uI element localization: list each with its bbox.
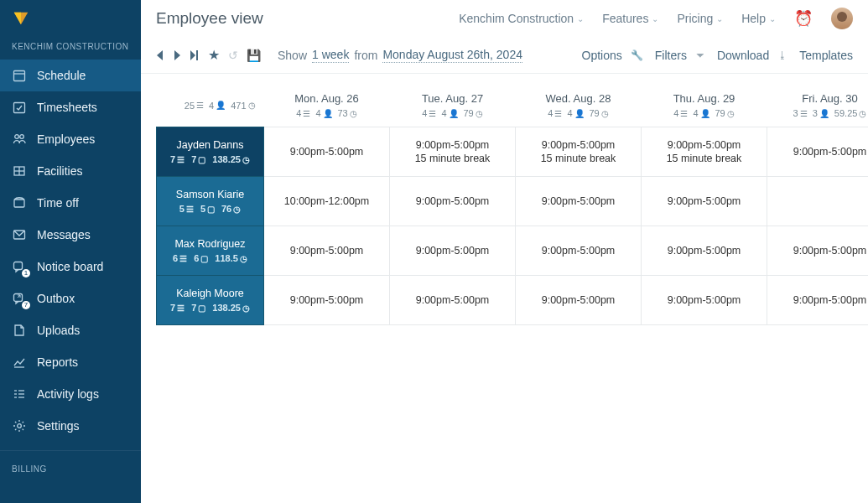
list-icon: ☰ xyxy=(177,303,185,313)
sidebar-item-label: Settings xyxy=(37,419,80,433)
shift-cell[interactable]: 9:00pm-5:00pm15 minute break xyxy=(516,127,642,177)
filters-link[interactable]: Filters ⏷ xyxy=(655,49,705,62)
billing-section-label: BILLING xyxy=(0,450,141,480)
shift-time: 9:00pm-5:00pm xyxy=(772,294,868,306)
menu-pricing[interactable]: Pricing⌄ xyxy=(677,12,723,25)
list-icon: ☰ xyxy=(680,109,688,118)
sidebar-item-employees[interactable]: Employees xyxy=(0,123,141,155)
options-link[interactable]: Options 🔧 xyxy=(582,49,643,62)
svg-rect-0 xyxy=(14,71,25,81)
alarm-icon[interactable]: ⏰ xyxy=(794,9,813,28)
shift-cell[interactable]: 9:00pm-5:00pm xyxy=(767,276,869,325)
shift-cell[interactable]: 9:00pm-5:00pm xyxy=(516,177,642,226)
sidebar-item-facilities[interactable]: Facilities xyxy=(0,155,141,187)
employee-header[interactable]: Max Rodriguez6☰6▢118.5◷ xyxy=(157,226,264,276)
shift-cell[interactable]: 9:00pm-5:00pm xyxy=(516,276,642,325)
svg-rect-20 xyxy=(196,50,198,60)
timesheets-icon xyxy=(12,100,27,115)
square-icon: ▢ xyxy=(200,254,208,263)
sidebar-item-timesheets[interactable]: Timesheets xyxy=(0,91,141,123)
employee-header[interactable]: Jayden Danns7☰7▢138.25◷ xyxy=(157,127,264,177)
person-icon: 👤 xyxy=(819,109,829,118)
undo-button[interactable]: ↺ xyxy=(228,49,238,62)
sidebar-item-label: Facilities xyxy=(37,164,82,178)
next-button[interactable] xyxy=(173,50,181,60)
star-button[interactable]: ★ xyxy=(208,47,220,63)
shift-cell[interactable]: 9:00pm-5:00pm xyxy=(390,276,516,325)
from-label: from xyxy=(354,49,377,62)
sidebar-item-label: Schedule xyxy=(37,69,86,82)
clock-icon: ◷ xyxy=(242,155,250,164)
list-icon: ☰ xyxy=(429,109,436,118)
list-icon: ☰ xyxy=(186,205,194,214)
list-icon: ☰ xyxy=(554,109,562,118)
sidebar-item-label: Reports xyxy=(37,355,78,369)
sidebar-item-reports[interactable]: Reports xyxy=(0,346,141,378)
download-link[interactable]: Download ⭳ xyxy=(717,49,787,62)
range-link[interactable]: 1 week xyxy=(312,48,349,63)
shift-time: 9:00pm-5:00pm xyxy=(647,139,761,151)
list-icon: ☰ xyxy=(196,101,204,110)
sidebar-item-notice[interactable]: 1Notice board xyxy=(0,251,141,283)
notice-icon: 1 xyxy=(12,259,27,274)
sidebar-item-settings[interactable]: Settings xyxy=(0,410,141,442)
sidebar-item-schedule[interactable]: Schedule xyxy=(0,60,141,91)
save-button[interactable]: 💾 xyxy=(247,49,261,62)
sidebar-item-timeoff[interactable]: Time off xyxy=(0,187,141,219)
sidebar-item-label: Uploads xyxy=(37,324,80,337)
day-header: Mon. Aug. 264☰4👤73◷ xyxy=(264,87,390,127)
shift-cell[interactable]: 9:00pm-5:00pm15 minute break xyxy=(642,127,767,177)
shift-cell[interactable]: 9:00pm-5:00pm xyxy=(264,276,390,325)
shift-cell[interactable]: 9:00pm-5:00pm xyxy=(642,276,767,325)
schedule-body: Jayden Danns7☰7▢138.25◷9:00pm-5:00pm9:00… xyxy=(157,127,869,325)
shift-cell[interactable]: 9:00pm-5:00pm xyxy=(390,177,516,226)
shift-cell[interactable]: 9:00pm-5:00pm xyxy=(767,127,869,177)
company-label: KENCHIM CONSTRUCTION xyxy=(0,37,141,60)
sidebar-item-uploads[interactable]: Uploads xyxy=(0,314,141,346)
shift-cell[interactable]: 9:00pm-5:00pm15 minute break xyxy=(390,127,516,177)
shift-cell[interactable]: 9:00pm-5:00pm xyxy=(642,226,767,276)
shift-cell[interactable]: 9:00pm-5:00pm xyxy=(767,226,869,276)
svg-point-3 xyxy=(15,135,19,139)
svg-rect-10 xyxy=(14,262,23,270)
shift-break: 15 minute break xyxy=(521,153,636,164)
employee-header[interactable]: Samson Kiarie5☰5▢76◷ xyxy=(157,177,264,226)
company-switcher[interactable]: Kenchim Construction ⌄ xyxy=(459,12,584,25)
date-link[interactable]: Monday August 26th, 2024 xyxy=(382,48,522,63)
sidebar-item-activity[interactable]: Activity logs xyxy=(0,378,141,410)
shift-cell[interactable]: 9:00pm-5:00pm xyxy=(516,226,642,276)
sidebar-item-messages[interactable]: Messages xyxy=(0,219,141,251)
sidebar-item-outbox[interactable]: 7Outbox xyxy=(0,283,141,314)
shift-time: 9:00pm-5:00pm xyxy=(395,294,510,306)
download-icon: ⭳ xyxy=(777,49,787,61)
shift-cell[interactable]: 10:00pm-12:00pm xyxy=(264,177,390,226)
day-header: Fri. Aug. 303☰3👤59.25◷ xyxy=(767,87,869,127)
day-header: Thu. Aug. 294☰4👤79◷ xyxy=(642,87,767,127)
employee-header[interactable]: Kaleigh Moore7☰7▢138.25◷ xyxy=(157,276,264,325)
person-icon: 👤 xyxy=(323,109,333,118)
avatar[interactable] xyxy=(831,8,853,29)
sidebar-item-label: Outbox xyxy=(37,292,75,305)
list-icon: ☰ xyxy=(303,109,310,118)
shift-cell[interactable]: 9:00pm-5:00pm xyxy=(264,127,390,177)
activity-icon xyxy=(12,386,27,402)
shift-cell[interactable]: 9:00pm-5:00pm xyxy=(642,177,767,226)
menu-features[interactable]: Features⌄ xyxy=(602,12,658,25)
page-title: Employee view xyxy=(156,9,440,28)
clock-icon: ◷ xyxy=(233,205,241,214)
shift-cell[interactable]: 9:00pm-5:00pm xyxy=(264,226,390,276)
app-logo[interactable] xyxy=(0,0,141,37)
person-icon: 👤 xyxy=(700,109,710,118)
shift-cell[interactable]: 9:00pm-5:00pm xyxy=(390,226,516,276)
shift-time: 9:00pm-5:00pm xyxy=(269,146,384,158)
shift-cell[interactable] xyxy=(767,177,869,226)
sidebar-item-label: Notice board xyxy=(37,260,103,273)
templates-link[interactable]: Templates xyxy=(799,49,853,62)
list-icon: ☰ xyxy=(177,155,185,164)
day-label: Fri. Aug. 30 xyxy=(771,92,869,105)
prev-button[interactable] xyxy=(156,50,164,60)
nav: ScheduleTimesheetsEmployeesFacilitiesTim… xyxy=(0,60,141,442)
chevron-down-icon: ⌄ xyxy=(716,14,723,23)
skip-next-button[interactable] xyxy=(190,50,200,60)
menu-help[interactable]: Help⌄ xyxy=(741,12,776,25)
